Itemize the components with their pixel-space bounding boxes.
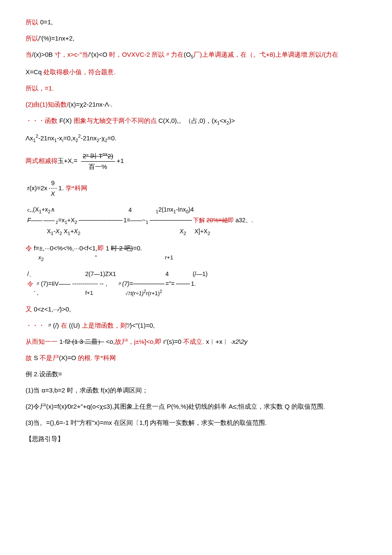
line-1: 所以 0=1, (26, 17, 366, 27)
line-15: ・・・ 〃(/) 在 ((U) 上是增函数，则"∕)<"(1)=0, (26, 320, 366, 331)
line-3: 当/(x)>0B 寸，x>c-"当/'(x)<O 时，OVXVC-2 所以〃力在… (26, 49, 366, 61)
line-7: ・・・函数 F(X) 图象与尢轴交于两个不同的点 C(X,0),。（占,0)，(… (26, 116, 366, 127)
line-19: (1)当 α=3,b=2 时，求函数 f(x)的单调区间； (26, 385, 366, 395)
line-11: c,,(X1+x2∧ 4 12(1nx1-Inx0)4 F—— —— 1=x1+… (26, 205, 366, 237)
line-22: 【思路引导】 (26, 434, 366, 444)
line-2: 所以/'(%)=1nx+2, (26, 33, 366, 44)
line-18: 例 2.设函数= (26, 369, 366, 379)
line-20: (2)令尸(x)=f(x)∕0r2+"+q(o<χ≤3),其图象上任意一点 P(… (26, 401, 366, 412)
line-6: (2)由(1)知函数/(x)=χ2-21nx-Λ·. (26, 99, 366, 110)
line-14: 又 0<z<1,∙∙∙∕)>0, (26, 304, 366, 314)
line-12: 令 f=±,∙∙∙0<%<%,∙∙∙0<f<1,即 1 时 2 吧)=0. x2… (26, 243, 366, 263)
line-17: 故 S 不是尸(X)=O 的根. 学*科网 (26, 353, 366, 363)
line-8: Λx12-21nx1-xi=0,x22-21nx2-χ2=0. (26, 133, 366, 145)
line-10: r(x)=2x 9 1. 学*科网 X (26, 178, 366, 199)
line-9: 两式相减得玉+X,= 2° 叫 Tnx2) 百一% +1 (26, 151, 366, 172)
line-16: 从而知一一 1-f2 (1 3 二皿） <o,故尸，j±⅛]<o,即 r'(s)… (26, 337, 366, 347)
line-4: X=Cq 处取得极小值，符合题意. (26, 67, 366, 77)
line-13: /、 2(7—1)ZX1 4 (/—1) 令 〃(7)=IiV—— ------… (26, 269, 366, 298)
line-5: 所以，=1. (26, 83, 366, 93)
line-21: (3)当。=(),6=-1 吋"方程"x)=mx 在区间〔1,f] 内有唯一实数… (26, 418, 366, 428)
